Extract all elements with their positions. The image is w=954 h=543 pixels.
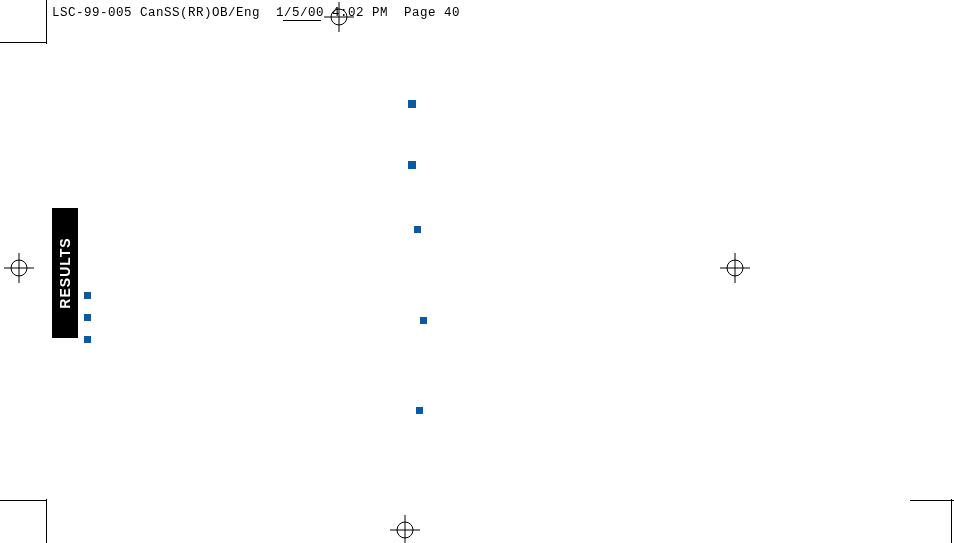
- bullet-center-3: [414, 226, 421, 233]
- slug-underline: [283, 20, 321, 21]
- registration-mark-bottom: [390, 515, 420, 543]
- crop-tick-bottom-right-v: [951, 499, 952, 543]
- bullet-center-1: [408, 100, 416, 108]
- bullet-center-4: [420, 317, 427, 324]
- section-tab-label: RESULTS: [57, 237, 73, 308]
- crop-tick-top-left-v: [46, 0, 47, 44]
- imposition-slug: LSC-99-005 CanSS(RR)OB/Eng 1/5/00 4:02 P…: [52, 6, 460, 20]
- bullet-center-5: [416, 407, 423, 414]
- crop-tick-top-left-h: [0, 42, 46, 43]
- bullet-center-2: [408, 161, 416, 169]
- crop-tick-bottom-left-v: [46, 499, 47, 543]
- bullet-left-2: [84, 314, 91, 321]
- bullet-left-1: [84, 292, 91, 299]
- registration-mark-left: [4, 253, 34, 283]
- registration-mark-right: [720, 253, 750, 283]
- crop-tick-bottom-left-h: [0, 500, 46, 501]
- bullet-left-3: [84, 336, 91, 343]
- registration-mark-top: [324, 2, 354, 32]
- crop-tick-bottom-right-h: [910, 500, 954, 501]
- section-tab: RESULTS: [52, 208, 78, 338]
